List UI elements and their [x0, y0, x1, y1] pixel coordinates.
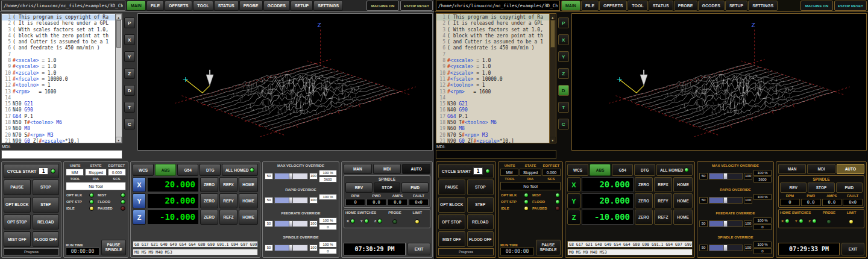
axis-home-button[interactable]: HOME: [673, 193, 693, 208]
wcs-mode-button[interactable]: DTG: [200, 164, 221, 176]
axis-ref-button[interactable]: REFX: [654, 177, 672, 192]
slider-handle[interactable]: [289, 245, 293, 251]
gcode-line[interactable]: 5 ( and Cutter is assumed to be a 1: [2, 39, 115, 45]
view-button[interactable]: Z: [558, 68, 569, 79]
view-button[interactable]: D: [124, 85, 135, 96]
axis-select-button[interactable]: Y: [133, 193, 146, 208]
axis-zero-button[interactable]: ZERO: [635, 193, 653, 208]
axis-ref-button[interactable]: REFY: [654, 193, 672, 208]
cycle-start-button[interactable]: CYCLE START 1: [438, 164, 494, 178]
axis-ref-button[interactable]: REFY: [219, 193, 237, 208]
cycle-control-button[interactable]: STEP: [33, 197, 60, 213]
cycle-control-button[interactable]: STOP: [33, 179, 60, 195]
axis-zero-button[interactable]: ZERO: [200, 193, 218, 208]
file-path-input[interactable]: [1, 1, 125, 11]
wcs-mode-button[interactable]: ABS: [155, 164, 176, 176]
estop-reset-button[interactable]: ESTOP RESET: [400, 1, 433, 11]
cycle-control-button[interactable]: PAUSE: [4, 179, 31, 195]
gcode-line[interactable]: 16 N40 G90: [2, 107, 115, 113]
estop-reset-button[interactable]: ESTOP RESET: [834, 1, 867, 11]
wcs-mode-button[interactable]: WCS: [567, 164, 588, 176]
gcode-lines[interactable]: 1 ( This program is copyright of Ra 2 ( …: [436, 14, 549, 143]
gcode-line[interactable]: 21 N90 G0 Z[#<zscale>*10.]: [436, 139, 549, 143]
gcode-line[interactable]: 13 #<rpm> = 1600: [2, 89, 115, 95]
override-slider[interactable]: [274, 220, 308, 227]
override-slider[interactable]: [709, 197, 743, 204]
menu-tab[interactable]: MAIN: [561, 1, 580, 11]
menu-tab[interactable]: MAIN: [127, 1, 146, 11]
mode-button[interactable]: AUTO: [402, 164, 430, 174]
override-slider[interactable]: [274, 245, 308, 251]
cycle-control-button[interactable]: STOP: [467, 179, 494, 195]
gcode-line[interactable]: 4 ( block with the zero point at th: [2, 33, 115, 39]
gcode-line[interactable]: 16 N40 G90: [436, 107, 549, 113]
cycle-start-button[interactable]: CYCLE START 1: [4, 164, 59, 178]
menu-tab[interactable]: GCODES: [263, 1, 290, 11]
axis-home-button[interactable]: HOME: [673, 177, 693, 192]
view-button[interactable]: Z: [124, 68, 135, 79]
view-button[interactable]: D: [558, 85, 569, 96]
gcode-line[interactable]: 6 ( and feedrate is 450 mm/min ): [2, 45, 115, 51]
gcode-line[interactable]: 2 ( It is released here under a GPL: [436, 20, 549, 27]
mode-button[interactable]: AUTO: [837, 164, 864, 174]
mdi-input[interactable]: [1, 150, 122, 159]
spindle-button[interactable]: REV: [345, 183, 373, 193]
gcode-line[interactable]: 10 #<zscale> = 1.0: [436, 70, 549, 76]
axis-zero-button[interactable]: ZERO: [200, 177, 218, 192]
cycle-control-button[interactable]: PAUSE: [438, 179, 465, 195]
gcode-line[interactable]: 9 #<yscale> = 1.0: [2, 64, 115, 70]
gcode-line[interactable]: 12 #<toolno> = 1: [436, 83, 549, 89]
gcode-line[interactable]: 6 ( and feedrate is 450 mm/min ): [436, 45, 549, 51]
axis-select-button[interactable]: Y: [567, 193, 580, 208]
cycle-control-button[interactable]: OPT STOP: [438, 214, 465, 230]
axis-home-button[interactable]: HOME: [239, 177, 258, 192]
axis-home-button[interactable]: HOME: [673, 210, 693, 225]
all-homed-button[interactable]: ALL HOMED: [656, 164, 693, 176]
gcode-line[interactable]: 7: [436, 52, 549, 58]
scrollbar-track[interactable]: [116, 20, 122, 137]
spindle-button[interactable]: REV: [780, 183, 807, 193]
axis-select-button[interactable]: Z: [567, 210, 580, 225]
cycle-control-button[interactable]: MIST OFF: [438, 231, 465, 247]
gcode-lines[interactable]: 1 ( This program is copyright of Ra 2 ( …: [2, 14, 115, 143]
gcode-line[interactable]: 3 ( With scales factors set at 1.0,: [2, 27, 115, 33]
gcode-line[interactable]: 8 #<xscale> = 1.0: [436, 58, 549, 64]
gcode-line[interactable]: 19 N60 M8: [2, 126, 115, 132]
gremlin-3d-preview[interactable]: Z: [571, 13, 867, 151]
menu-tab[interactable]: GCODES: [698, 1, 725, 11]
axis-select-button[interactable]: Z: [133, 210, 146, 225]
mdi-input[interactable]: [436, 150, 556, 159]
cycle-control-button[interactable]: FLOOD OFF: [33, 231, 60, 247]
menu-tab[interactable]: STATUS: [214, 1, 239, 11]
pause-spindle-button[interactable]: PAUSE SPINDLE: [536, 240, 561, 255]
gcode-line[interactable]: 3 ( With scales factors set at 1.0,: [436, 27, 549, 33]
view-button[interactable]: X: [124, 34, 135, 45]
override-slider[interactable]: [709, 220, 743, 227]
menu-tab[interactable]: STATUS: [649, 1, 673, 11]
view-button[interactable]: T: [124, 102, 135, 113]
axis-home-button[interactable]: HOME: [239, 193, 258, 208]
scroll-up-icon[interactable]: ▲: [550, 14, 556, 20]
menu-tab[interactable]: FILE: [146, 1, 164, 11]
cycle-control-button[interactable]: RELOAD: [467, 214, 494, 230]
slider-handle[interactable]: [289, 173, 293, 179]
cycle-control-button[interactable]: MIST OFF: [4, 231, 31, 247]
menu-tab[interactable]: TOOL: [627, 1, 647, 11]
spindle-button[interactable]: STOP: [374, 183, 401, 193]
gcode-line[interactable]: 15 N30 G21: [436, 101, 549, 107]
wcs-mode-button[interactable]: WCS: [133, 164, 154, 176]
gcode-line[interactable]: 17 G64 P.1: [436, 114, 549, 120]
slider-handle[interactable]: [289, 220, 293, 227]
override-slider[interactable]: [274, 197, 308, 204]
gcode-line[interactable]: 18 N50 T#<toolno> M6: [2, 120, 115, 126]
menu-tab[interactable]: SETUP: [291, 1, 313, 11]
menu-tab[interactable]: PROBE: [674, 1, 697, 11]
gcode-line[interactable]: 10 #<zscale> = 1.0: [2, 70, 115, 76]
view-button[interactable]: X: [558, 34, 569, 45]
override-slider[interactable]: [709, 245, 743, 251]
gcode-line[interactable]: 18 N50 T#<toolno> M6: [436, 120, 549, 126]
slider-handle[interactable]: [723, 245, 728, 251]
menu-tab[interactable]: PROBE: [239, 1, 263, 11]
axis-zero-button[interactable]: ZERO: [200, 210, 218, 225]
gcode-line[interactable]: 7: [2, 52, 115, 58]
